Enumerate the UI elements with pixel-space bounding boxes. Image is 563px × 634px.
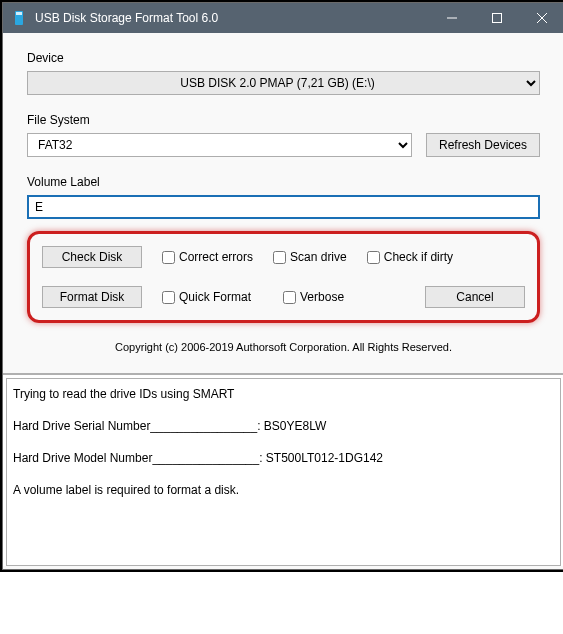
app-icon	[11, 10, 27, 26]
device-label: Device	[27, 51, 540, 65]
correct-errors-label: Correct errors	[179, 250, 253, 264]
copyright-text: Copyright (c) 2006-2019 Authorsoft Corpo…	[27, 341, 540, 353]
scan-drive-label: Scan drive	[290, 250, 347, 264]
action-highlight-box: Check Disk Correct errors Scan drive Che…	[27, 231, 540, 323]
maximize-button[interactable]	[474, 3, 519, 33]
check-if-dirty-label: Check if dirty	[384, 250, 453, 264]
log-line: Trying to read the drive IDs using SMART	[13, 387, 554, 401]
close-button[interactable]	[519, 3, 563, 33]
quick-format-label: Quick Format	[179, 290, 251, 304]
log-line: A volume label is required to format a d…	[13, 483, 554, 497]
verbose-label: Verbose	[300, 290, 344, 304]
log-area: Trying to read the drive IDs using SMART…	[3, 373, 563, 566]
correct-errors-check[interactable]: Correct errors	[162, 250, 253, 264]
quick-format-checkbox[interactable]	[162, 291, 175, 304]
check-disk-button[interactable]: Check Disk	[42, 246, 142, 268]
log-line: Hard Drive Serial Number________________…	[13, 419, 554, 433]
verbose-checkbox[interactable]	[283, 291, 296, 304]
window-title: USB Disk Storage Format Tool 6.0	[35, 11, 429, 25]
cancel-button[interactable]: Cancel	[425, 286, 525, 308]
scan-drive-checkbox[interactable]	[273, 251, 286, 264]
filesystem-label: File System	[27, 113, 540, 127]
check-if-dirty-checkbox[interactable]	[367, 251, 380, 264]
volume-label-input[interactable]	[27, 195, 540, 219]
svg-rect-3	[492, 14, 501, 23]
scan-drive-check[interactable]: Scan drive	[273, 250, 347, 264]
verbose-check[interactable]: Verbose	[283, 290, 344, 304]
volume-label-label: Volume Label	[27, 175, 540, 189]
main-content: Device USB DISK 2.0 PMAP (7,21 GB) (E:\)…	[3, 33, 563, 373]
log-line: Hard Drive Model Number________________:…	[13, 451, 554, 465]
filesystem-select[interactable]: FAT32	[27, 133, 412, 157]
titlebar: USB Disk Storage Format Tool 6.0	[3, 3, 563, 33]
quick-format-check[interactable]: Quick Format	[162, 290, 251, 304]
device-select[interactable]: USB DISK 2.0 PMAP (7,21 GB) (E:\)	[27, 71, 540, 95]
minimize-button[interactable]	[429, 3, 474, 33]
svg-rect-1	[16, 12, 22, 15]
correct-errors-checkbox[interactable]	[162, 251, 175, 264]
format-disk-button[interactable]: Format Disk	[42, 286, 142, 308]
check-if-dirty-check[interactable]: Check if dirty	[367, 250, 453, 264]
refresh-devices-button[interactable]: Refresh Devices	[426, 133, 540, 157]
app-window: USB Disk Storage Format Tool 6.0 Device …	[2, 2, 563, 570]
log-output[interactable]: Trying to read the drive IDs using SMART…	[6, 378, 561, 566]
